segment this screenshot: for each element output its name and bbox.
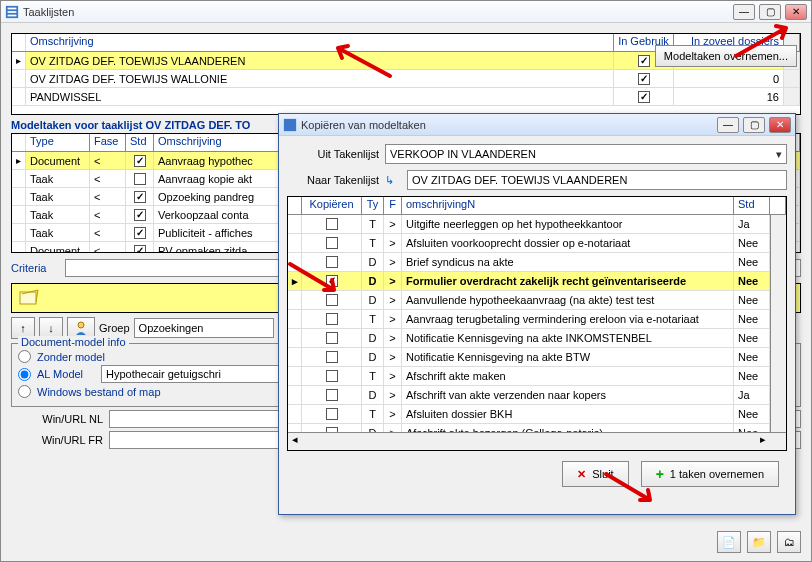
dialog-grid[interactable]: Kopiëren Ty F omschrijvingN Std T>Uitgif… <box>287 196 787 451</box>
row-marker-header <box>12 34 26 51</box>
modeltaken-overnemen-button[interactable]: Modeltaken overnemen... <box>655 45 797 67</box>
bottom-icon-3[interactable]: 🗂 <box>777 531 801 553</box>
checkbox[interactable] <box>326 313 338 325</box>
checkbox[interactable] <box>326 275 338 287</box>
svg-rect-3 <box>8 14 17 16</box>
table-row[interactable]: D>Notificatie Kennisgeving na akte INKOM… <box>288 329 786 348</box>
main-titlebar[interactable]: Taaklijsten — ▢ ✕ <box>1 1 811 23</box>
svg-rect-2 <box>8 11 17 13</box>
radio-zonder-model[interactable] <box>18 350 31 363</box>
col-dialog-std[interactable]: Std <box>734 197 770 214</box>
sluit-button[interactable]: ✕Sluit <box>562 461 628 487</box>
checkbox[interactable] <box>134 209 146 221</box>
checkbox[interactable] <box>326 218 338 230</box>
svg-rect-1 <box>8 7 17 9</box>
col-kopieren[interactable]: Kopiëren <box>302 197 362 214</box>
checkbox[interactable] <box>326 389 338 401</box>
dialog-close-button[interactable]: ✕ <box>769 117 791 133</box>
radio-windows-bestand[interactable] <box>18 385 31 398</box>
uit-takenlijst-label: Uit Takenlijst <box>287 148 379 160</box>
col-ty[interactable]: Ty <box>362 197 384 214</box>
dialog-titlebar[interactable]: Kopiëren van modeltaken — ▢ ✕ <box>279 114 795 136</box>
naar-takenlijst-input[interactable] <box>407 170 787 190</box>
criteria-label: Criteria <box>11 262 65 274</box>
minimize-button[interactable]: — <box>733 4 755 20</box>
col-type[interactable]: Type <box>26 134 90 151</box>
table-row[interactable]: PANDWISSEL16 <box>12 88 800 106</box>
table-row[interactable]: T>Afschrift akte makenNee <box>288 367 786 386</box>
groep-label: Groep <box>99 322 130 334</box>
checkbox[interactable] <box>638 55 650 67</box>
col-omschrijvingn[interactable]: omschrijvingN <box>402 197 734 214</box>
checkbox[interactable] <box>326 332 338 344</box>
col-fase[interactable]: Fase <box>90 134 126 151</box>
table-row[interactable]: T>Aanvraag terugbetaling vermindering er… <box>288 310 786 329</box>
table-row[interactable]: D>Afschrift van akte verzenden naar kope… <box>288 386 786 405</box>
arrow-right-icon: ↳ <box>385 174 399 187</box>
close-x-icon: ✕ <box>577 468 586 481</box>
col-omschrijving[interactable]: Omschrijving <box>26 34 614 51</box>
overnemen-button[interactable]: +1 taken overnemen <box>641 461 779 487</box>
table-row[interactable]: D>Aanvullende hypotheekaanvraag (na akte… <box>288 291 786 310</box>
checkbox[interactable] <box>326 370 338 382</box>
dialog-title: Kopiëren van modeltaken <box>301 119 717 131</box>
svg-rect-6 <box>284 118 296 130</box>
checkbox[interactable] <box>326 351 338 363</box>
url-fr-label: Win/URL FR <box>11 434 103 446</box>
note-icon <box>18 288 42 308</box>
bottom-icon-2[interactable]: 📁 <box>747 531 771 553</box>
dialog-icon <box>283 118 297 132</box>
vertical-scrollbar[interactable] <box>770 215 786 432</box>
checkbox[interactable] <box>134 173 146 185</box>
bottom-icon-1[interactable]: 📄 <box>717 531 741 553</box>
checkbox[interactable] <box>638 73 650 85</box>
groep-input[interactable] <box>134 318 274 338</box>
checkbox[interactable] <box>326 256 338 268</box>
table-row[interactable]: T>Afsluiten voorkooprecht dossier op e-n… <box>288 234 786 253</box>
naar-takenlijst-label: Naar Takenlijst <box>287 174 379 186</box>
plus-icon: + <box>656 466 664 482</box>
table-row[interactable]: OV ZITDAG DEF. TOEWIJS WALLONIE0 <box>12 70 800 88</box>
svg-point-5 <box>78 322 84 328</box>
maximize-button[interactable]: ▢ <box>759 4 781 20</box>
checkbox[interactable] <box>134 245 146 254</box>
url-nl-label: Win/URL NL <box>11 413 103 425</box>
kopieren-dialog: Kopiëren van modeltaken — ▢ ✕ Uit Takenl… <box>278 113 796 515</box>
fieldset-legend: Document-model info <box>18 336 129 348</box>
table-row[interactable]: D>Brief syndicus na akteNee <box>288 253 786 272</box>
uit-takenlijst-select[interactable]: VERKOOP IN VLAANDEREN <box>385 144 787 164</box>
checkbox[interactable] <box>134 191 146 203</box>
checkbox[interactable] <box>134 227 146 239</box>
checkbox[interactable] <box>326 237 338 249</box>
horizontal-scrollbar[interactable]: ◂▸ <box>288 432 786 450</box>
app-icon <box>5 5 19 19</box>
col-std[interactable]: Std <box>126 134 154 151</box>
checkbox[interactable] <box>326 408 338 420</box>
checkbox[interactable] <box>638 91 650 103</box>
table-row[interactable]: T>Uitgifte neerleggen op het hypotheekka… <box>288 215 786 234</box>
table-row[interactable]: T>Afsluiten dossier BKHNee <box>288 405 786 424</box>
checkbox[interactable] <box>134 155 146 167</box>
radio-al-model[interactable] <box>18 368 31 381</box>
person-icon <box>73 320 89 336</box>
col-f[interactable]: F <box>384 197 402 214</box>
close-button[interactable]: ✕ <box>785 4 807 20</box>
dialog-minimize-button[interactable]: — <box>717 117 739 133</box>
table-row[interactable]: ▸D>Formulier overdracht zakelijk recht g… <box>288 272 786 291</box>
table-row[interactable]: D>Notificatie Kennisgeving na akte BTWNe… <box>288 348 786 367</box>
main-title: Taaklijsten <box>23 6 733 18</box>
dialog-maximize-button[interactable]: ▢ <box>743 117 765 133</box>
checkbox[interactable] <box>326 294 338 306</box>
